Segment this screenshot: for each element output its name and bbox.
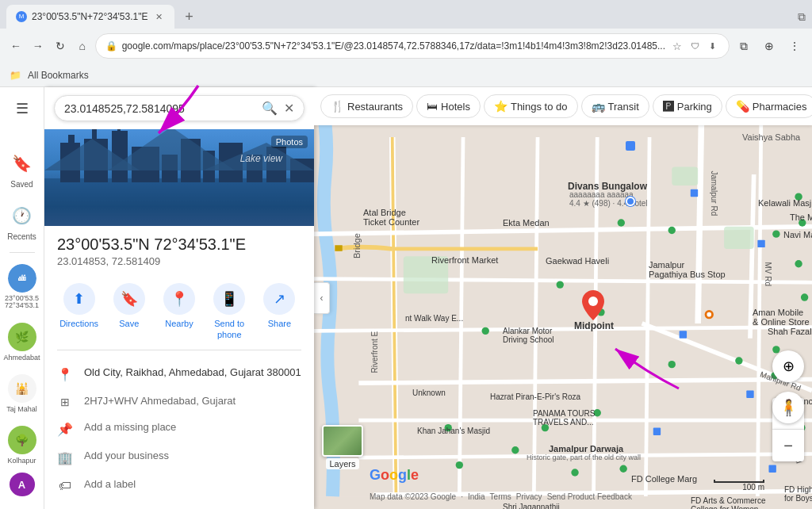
bookmarks-label: All Bookmarks: [28, 70, 89, 81]
svg-rect-0: [44, 178, 314, 226]
home-button[interactable]: ⌂: [73, 35, 92, 57]
search-input[interactable]: [64, 102, 255, 115]
filter-restaurants[interactable]: 🍴 Restaurants: [320, 94, 413, 118]
restaurant-icon: 🍴: [331, 100, 344, 113]
search-icon[interactable]: 🔍: [262, 101, 278, 116]
filter-transit[interactable]: 🚌 Transit: [581, 94, 649, 118]
search-box[interactable]: 🔍 ✕: [54, 95, 304, 121]
lake-label: Lake view: [240, 153, 282, 164]
terms-link[interactable]: Terms: [490, 492, 511, 501]
svg-rect-18: [314, 100, 812, 496]
transit-label: Transit: [608, 101, 639, 113]
add-label-text: Add a label: [84, 478, 136, 490]
user-avatar[interactable]: A: [10, 473, 35, 496]
bookmark-star-icon[interactable]: ☆: [670, 39, 684, 53]
menu-button[interactable]: ☰: [6, 94, 38, 123]
tab-close-button[interactable]: ✕: [152, 10, 165, 23]
shield-icon[interactable]: 🛡: [688, 39, 702, 53]
refresh-button[interactable]: ↻: [51, 35, 70, 57]
maps-app: ☰ 🔖 Saved 🕐 Recents 🏙 23°00'53.572°34'53…: [0, 87, 812, 509]
action-buttons: ⬆ Directions 🔖 Save 📍 Nearby 📱 Send to p…: [44, 277, 314, 350]
sidebar-item-ahmedabad[interactable]: 🌿 Ahmedabat: [0, 318, 44, 366]
label-icon: 🏷: [57, 479, 73, 493]
sidebar-item-saved[interactable]: 🔖 Saved: [0, 144, 44, 193]
sidebar: ☰ 🔖 Saved 🕐 Recents 🏙 23°00'53.572°34'53…: [0, 87, 44, 509]
pharmacy-icon: 💊: [736, 100, 749, 113]
svg-point-48: [445, 424, 452, 431]
svg-rect-6: [117, 129, 121, 131]
sidebar-item-taj-mahal[interactable]: 🕌 Taj Mahal: [0, 369, 44, 418]
poi-marker-2[interactable]: [626, 197, 635, 206]
pegman-button[interactable]: 🧍: [772, 392, 804, 423]
photos-button[interactable]: Photos: [271, 136, 308, 148]
scale-bar: 100 m: [714, 480, 764, 492]
svg-point-47: [482, 327, 489, 335]
save-button[interactable]: 🔖 Save: [107, 283, 151, 341]
india-text: India: [468, 492, 485, 501]
feedback-link[interactable]: Send Product Feedback: [547, 492, 632, 501]
plus-code-row[interactable]: ⊞ 2H7J+WHV Ahmedabad, Gujarat: [44, 388, 314, 415]
taj-mahal-label: Taj Mahal: [6, 405, 37, 413]
add-label-row[interactable]: 🏷 Add a label: [44, 472, 314, 499]
save-icon: 🔖: [113, 283, 145, 315]
add-missing-row[interactable]: 📌 Add a missing place: [44, 415, 314, 443]
send-to-phone-button[interactable]: 📱 Send to phone: [208, 283, 251, 341]
forward-button[interactable]: →: [29, 35, 48, 57]
sidebar-item-kolhapur[interactable]: 🌳 Kolhapur: [0, 421, 44, 469]
restore-button[interactable]: ⧉: [798, 10, 806, 24]
tab-bar: M 23°00'53.5"N+72°34'53.1"E ✕ + ⧉: [0, 0, 812, 29]
bookmark-icon: 🔖: [8, 149, 36, 178]
poi-marker-1[interactable]: [626, 141, 635, 151]
profile-button[interactable]: ⊕: [758, 35, 780, 57]
filter-hotels[interactable]: 🛏 Hotels: [416, 94, 481, 118]
svg-point-53: [571, 469, 578, 476]
svg-point-63: [618, 219, 625, 226]
address-row[interactable]: 📍 Old City, Raikhad, Ahmedabad, Gujarat …: [44, 360, 314, 388]
attribution-separator: ·: [461, 492, 463, 501]
sidebar-item-recents[interactable]: 🕐 Recents: [0, 197, 44, 246]
add-business-row[interactable]: 🏢 Add your business: [44, 443, 314, 472]
filter-parking[interactable]: 🅿 Parking: [653, 94, 722, 118]
privacy-link[interactable]: Privacy: [516, 492, 542, 501]
map-attribution: Map data ©2023 Google · India Terms Priv…: [370, 492, 632, 501]
coords-label: 23°00'53.572°34'53.1: [5, 295, 39, 311]
address-bar[interactable]: 🔒 google.com/maps/place/23°00'53.5"N+72°…: [95, 33, 730, 59]
share-button[interactable]: ↗ Share: [258, 283, 301, 341]
download-icon[interactable]: ⬇: [705, 39, 719, 53]
restaurants-label: Restaurants: [347, 101, 403, 113]
extensions-button[interactable]: ⧉: [733, 35, 755, 57]
avatar-initial: A: [18, 479, 25, 491]
active-tab[interactable]: M 23°00'53.5"N+72°34'53.1"E ✕: [6, 5, 174, 29]
filter-things-to-do[interactable]: ⭐ Things to do: [484, 94, 578, 118]
map-label-bridge: Bridge: [352, 233, 362, 258]
new-tab-button[interactable]: +: [178, 6, 200, 28]
parking-icon: 🅿: [663, 100, 674, 113]
map-container[interactable]: 🍴 Restaurants 🛏 Hotels ⭐ Things to do 🚌 …: [314, 87, 812, 509]
share-icon: ↗: [263, 283, 295, 315]
nearby-button[interactable]: 📍 Nearby: [157, 283, 201, 341]
toggle-panel-button[interactable]: ‹: [314, 282, 330, 314]
more-button[interactable]: ⋮: [783, 35, 806, 57]
svg-point-65: [795, 193, 802, 200]
business-icon: 🏢: [57, 450, 73, 465]
recents-label: Recents: [7, 232, 36, 241]
location-icon-1: 🏙: [8, 264, 36, 293]
clear-icon[interactable]: ✕: [284, 101, 294, 116]
filter-pharmacies[interactable]: 💊 Pharmacies: [726, 94, 812, 118]
back-button[interactable]: ←: [6, 35, 25, 57]
add-missing-text: Add a missing place: [84, 421, 176, 433]
layers-thumbnail: [322, 425, 363, 457]
add-place-icon: 📌: [57, 422, 73, 437]
layers-button[interactable]: Layers: [322, 425, 363, 469]
share-label: Share: [268, 318, 291, 329]
compass-button[interactable]: ⊕: [772, 350, 804, 382]
tab-favicon: M: [16, 11, 27, 22]
directions-button[interactable]: ⬆ Directions: [57, 283, 101, 341]
zoom-out-button[interactable]: −: [772, 430, 804, 461]
svg-point-66: [799, 219, 806, 226]
sidebar-item-coords[interactable]: 🏙 23°00'53.572°34'53.1: [0, 259, 44, 316]
attribution-text: Map data ©2023 Google: [370, 492, 456, 501]
layers-label: Layers: [326, 458, 358, 469]
grid-icon: ⊞: [57, 396, 73, 408]
svg-rect-41: [691, 189, 698, 197]
